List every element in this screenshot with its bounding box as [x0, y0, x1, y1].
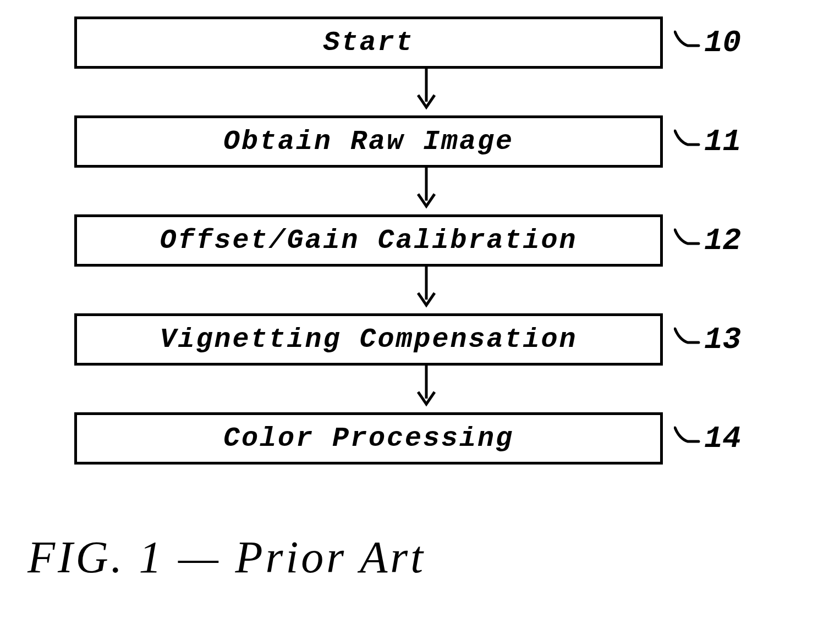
step-label: Color Processing — [223, 423, 514, 454]
step-number: 13 — [704, 322, 741, 357]
arrow-down-icon — [415, 69, 437, 115]
arrow-2 — [132, 267, 721, 313]
step-row-3: Vignetting Compensation 13 — [74, 313, 778, 366]
step-label: Offset/Gain Calibration — [160, 225, 577, 256]
step-row-0: Start 10 — [74, 16, 778, 69]
step-label: Start — [323, 27, 414, 58]
arrow-down-icon — [415, 168, 437, 214]
step-box-offset-gain: Offset/Gain Calibration — [74, 214, 663, 267]
connector-curve-icon — [674, 128, 701, 156]
connector-4: 14 — [674, 421, 741, 456]
step-label: Vignetting Compensation — [160, 324, 577, 355]
figure-caption: FIG. 1 — Prior Art — [28, 532, 426, 583]
step-box-color-processing: Color Processing — [74, 412, 663, 465]
step-row-1: Obtain Raw Image 11 — [74, 115, 778, 168]
step-number: 10 — [704, 25, 741, 60]
arrow-0 — [132, 69, 721, 115]
step-box-vignetting: Vignetting Compensation — [74, 313, 663, 366]
step-box-obtain-raw: Obtain Raw Image — [74, 115, 663, 168]
connector-curve-icon — [674, 227, 701, 255]
step-label: Obtain Raw Image — [223, 126, 514, 157]
arrow-down-icon — [415, 366, 437, 412]
flowchart-container: Start 10 Obtain Raw Image — [74, 16, 778, 465]
step-number: 14 — [704, 421, 741, 456]
arrow-down-icon — [415, 267, 437, 313]
connector-curve-icon — [674, 29, 701, 57]
connector-curve-icon — [674, 326, 701, 353]
step-number: 12 — [704, 223, 741, 258]
step-number: 11 — [704, 124, 741, 159]
connector-curve-icon — [674, 425, 701, 452]
step-row-4: Color Processing 14 — [74, 412, 778, 465]
connector-3: 13 — [674, 322, 741, 357]
flowchart: Start 10 Obtain Raw Image — [74, 16, 778, 465]
arrow-1 — [132, 168, 721, 214]
arrow-3 — [132, 366, 721, 412]
step-row-2: Offset/Gain Calibration 12 — [74, 214, 778, 267]
step-box-start: Start — [74, 16, 663, 69]
connector-0: 10 — [674, 25, 741, 60]
connector-2: 12 — [674, 223, 741, 258]
connector-1: 11 — [674, 124, 741, 159]
